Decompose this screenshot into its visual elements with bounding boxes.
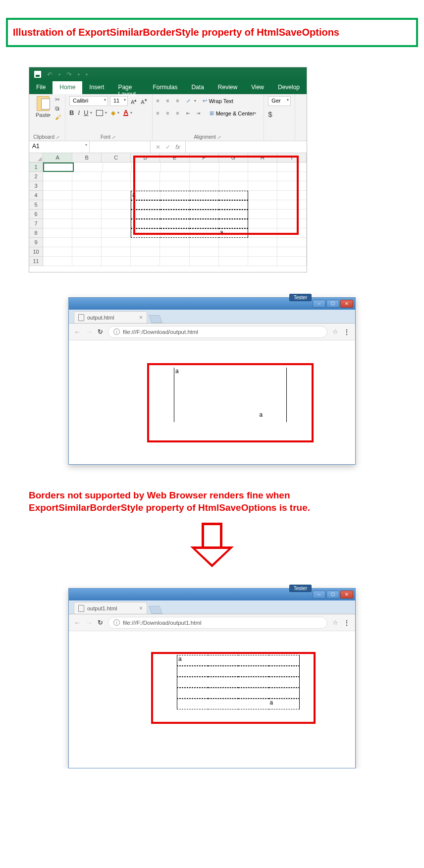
col-header[interactable]: G bbox=[219, 153, 248, 163]
undo-icon[interactable]: ↶ bbox=[47, 71, 53, 78]
reload-button[interactable]: ↻ bbox=[98, 328, 103, 335]
cell-g8[interactable]: a bbox=[219, 228, 248, 238]
row-header[interactable]: 5 bbox=[29, 200, 43, 210]
tab-formulas[interactable]: Formulas bbox=[146, 81, 184, 94]
cancel-icon[interactable]: ✕ bbox=[156, 144, 160, 151]
font-color-icon[interactable]: A bbox=[123, 110, 128, 116]
undo-dropdown-icon[interactable]: ▾ bbox=[58, 72, 60, 77]
tab-home[interactable]: Home bbox=[53, 81, 82, 94]
row-header[interactable]: 4 bbox=[29, 191, 43, 200]
ribbon-alignment-group: ≡ ≡ ≡ ⤢▾ ↩Wrap Text ≡ ≡ ≡ ⇤ ⇥ ⊞Merge & C… bbox=[153, 94, 265, 141]
italic-button[interactable]: I bbox=[78, 109, 80, 116]
orientation-icon[interactable]: ⤢ bbox=[186, 98, 193, 104]
minimize-button[interactable]: ─ bbox=[313, 591, 325, 598]
tab-review[interactable]: Review bbox=[211, 81, 244, 94]
format-painter-icon[interactable]: 🖌 bbox=[55, 114, 61, 121]
align-center-icon[interactable]: ≡ bbox=[166, 110, 173, 116]
col-header[interactable]: F bbox=[190, 153, 219, 163]
fill-color-icon[interactable]: ◆ bbox=[111, 109, 115, 116]
info-icon[interactable]: i bbox=[113, 328, 120, 335]
select-all-corner[interactable] bbox=[29, 153, 43, 163]
paste-button[interactable]: Paste▾ bbox=[33, 96, 53, 133]
row-header[interactable]: 2 bbox=[29, 172, 43, 181]
new-tab-button[interactable] bbox=[149, 606, 162, 614]
browser-tab[interactable]: output1.html × bbox=[74, 602, 147, 614]
increase-font-icon[interactable]: A▴ bbox=[130, 97, 138, 105]
font-size-select[interactable]: 11 bbox=[110, 96, 128, 106]
tab-view[interactable]: View bbox=[244, 81, 271, 94]
col-header[interactable]: D bbox=[131, 153, 160, 163]
menu-icon[interactable]: ⋮ bbox=[343, 328, 350, 336]
maximize-button[interactable]: ☐ bbox=[326, 300, 339, 308]
bookmark-icon[interactable]: ☆ bbox=[332, 328, 338, 335]
reload-button[interactable]: ↻ bbox=[98, 619, 103, 626]
browser-tab[interactable]: output.html × bbox=[74, 311, 147, 323]
fx-icon[interactable]: fx bbox=[175, 144, 180, 151]
tab-close-icon[interactable]: × bbox=[139, 314, 143, 321]
back-button[interactable]: ← bbox=[74, 328, 81, 336]
row-header[interactable]: 7 bbox=[29, 219, 43, 228]
align-top-icon[interactable]: ≡ bbox=[157, 98, 163, 104]
row-header[interactable]: 1 bbox=[29, 163, 43, 172]
save-icon[interactable] bbox=[34, 71, 41, 78]
back-button[interactable]: ← bbox=[74, 619, 81, 627]
tab-file[interactable]: File bbox=[29, 81, 53, 94]
redo-dropdown-icon[interactable]: ▾ bbox=[78, 72, 80, 77]
align-bottom-icon[interactable]: ≡ bbox=[176, 98, 183, 104]
underline-button[interactable]: U bbox=[84, 109, 88, 116]
border-icon[interactable] bbox=[96, 110, 103, 116]
enter-icon[interactable]: ✓ bbox=[165, 144, 170, 151]
close-button[interactable]: ✕ bbox=[340, 591, 353, 598]
bookmark-icon[interactable]: ☆ bbox=[332, 619, 338, 626]
decrease-font-icon[interactable]: A▾ bbox=[140, 97, 148, 105]
redo-icon[interactable]: ↷ bbox=[66, 71, 72, 78]
menu-icon[interactable]: ⋮ bbox=[343, 619, 350, 627]
tab-data[interactable]: Data bbox=[184, 81, 211, 94]
wrap-text-button[interactable]: ↩Wrap Text bbox=[199, 96, 237, 106]
tab-developer[interactable]: Develop bbox=[271, 81, 307, 94]
forward-button[interactable]: → bbox=[86, 619, 93, 627]
bold-button[interactable]: B bbox=[69, 109, 74, 116]
col-header[interactable]: C bbox=[102, 153, 131, 163]
font-name-select[interactable]: Calibri bbox=[69, 96, 108, 106]
minimize-button[interactable]: ─ bbox=[313, 300, 325, 308]
formula-input[interactable] bbox=[185, 141, 307, 153]
tab-page-layout[interactable]: Page Layout bbox=[111, 81, 146, 94]
row-header[interactable]: 8 bbox=[29, 228, 43, 238]
cut-icon[interactable]: ✂ bbox=[55, 96, 61, 103]
close-button[interactable]: ✕ bbox=[340, 300, 353, 308]
qat-customize-icon[interactable]: ▾ bbox=[86, 72, 88, 77]
cell-a1[interactable] bbox=[43, 163, 74, 172]
number-format-select[interactable]: Ger bbox=[268, 96, 291, 106]
info-icon[interactable]: i bbox=[113, 619, 120, 626]
col-header[interactable]: H bbox=[248, 153, 277, 163]
maximize-button[interactable]: ☐ bbox=[326, 591, 339, 598]
address-input[interactable]: i file:///F:/Download/output1.html bbox=[108, 617, 327, 629]
copy-icon[interactable]: ⧉▾ bbox=[55, 105, 61, 112]
name-box[interactable]: A1 bbox=[29, 141, 90, 153]
indent-decrease-icon[interactable]: ⇤ bbox=[186, 110, 193, 116]
merge-center-button[interactable]: ⊞Merge & Center ▾ bbox=[206, 108, 260, 118]
address-input[interactable]: i file:///F:/Download/output.html bbox=[108, 326, 327, 338]
row-header[interactable]: 9 bbox=[29, 238, 43, 247]
col-header[interactable]: B bbox=[72, 153, 102, 163]
col-header[interactable]: A bbox=[43, 153, 72, 163]
row-header[interactable]: 3 bbox=[29, 181, 43, 191]
col-header[interactable]: E bbox=[160, 153, 189, 163]
row-header[interactable]: 10 bbox=[29, 247, 43, 257]
tab-insert[interactable]: Insert bbox=[82, 81, 111, 94]
currency-icon[interactable]: $ bbox=[268, 110, 272, 118]
row-header[interactable]: 6 bbox=[29, 210, 43, 219]
row-header[interactable]: 11 bbox=[29, 257, 43, 266]
tab-close-icon[interactable]: × bbox=[139, 605, 143, 612]
align-right-icon[interactable]: ≡ bbox=[176, 110, 183, 116]
new-tab-button[interactable] bbox=[149, 315, 162, 323]
align-left-icon[interactable]: ≡ bbox=[157, 110, 163, 116]
file-icon bbox=[78, 314, 84, 321]
cell-d4[interactable]: a bbox=[131, 191, 160, 200]
align-middle-icon[interactable]: ≡ bbox=[166, 98, 173, 104]
col-header[interactable]: I bbox=[277, 153, 307, 163]
spreadsheet-grid[interactable]: A B C D E F G H I 1 2 3 4 5 6 7 8 9 10 1… bbox=[29, 153, 307, 272]
indent-increase-icon[interactable]: ⇥ bbox=[196, 110, 203, 116]
forward-button[interactable]: → bbox=[86, 328, 93, 336]
